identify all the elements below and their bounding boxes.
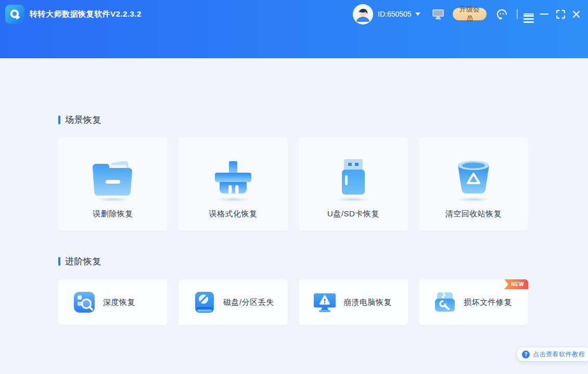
card-label: 清空回收站恢复 [445,209,502,219]
hamburger-menu-icon[interactable] [522,5,535,23]
card-label: 磁盘/分区丢失 [223,298,274,307]
maximize-icon[interactable] [554,5,567,23]
accent-bar [58,257,60,266]
card-damaged-file-repair[interactable]: NEW 损坏文件修复 [419,279,528,325]
card-label: 误删除恢复 [93,209,133,219]
question-icon: ? [522,351,530,358]
header-divider [517,9,518,19]
recycle-bin-icon [454,158,493,196]
card-deleted-file-recovery[interactable]: 误删除恢复 [58,137,168,231]
caret-down-icon[interactable] [415,12,420,16]
crashed-pc-icon [313,291,336,314]
customer-service-icon[interactable] [495,8,508,21]
icon-shadow [456,197,491,202]
icon-shadow [96,197,130,202]
disk-partition-icon [193,291,216,314]
file-repair-icon [433,291,456,314]
card-usb-sd-recovery[interactable]: U盘/SD卡恢复 [299,137,408,231]
section-title-advanced-recovery: 进阶恢复 [58,255,101,267]
card-crashed-pc-recovery[interactable]: 崩溃电脑恢复 [299,279,408,325]
card-label: 深度恢复 [103,298,135,307]
icon-shadow [336,197,370,202]
upgrade-member-button[interactable]: 升级会员 [453,8,487,20]
icon-shadow [216,197,250,202]
card-deep-recovery[interactable]: 深度恢复 [58,279,168,325]
advanced-recovery-row: 深度恢复 磁盘/分区丢失 [58,279,528,325]
card-label: U盘/SD卡恢复 [327,209,379,219]
app-window: 转转大师数据恢复软件V2.2.3.2 ID:650505 [0,0,588,374]
tutorial-label: 点击查看软件教程 [533,350,585,359]
deep-scan-icon [73,291,96,314]
section-title-scene-recovery: 场景恢复 [58,114,101,126]
user-id-label: ID:650505 [378,10,412,18]
card-recycle-bin-recovery[interactable]: 清空回收站恢复 [419,137,528,231]
folder-delete-icon [90,158,136,196]
scene-recovery-row: 误删除恢复 误格式化恢复 [58,137,528,231]
new-badge: NEW [504,279,528,289]
usb-drive-icon [336,158,370,196]
monitor-icon[interactable] [432,9,444,20]
header-bar: 转转大师数据恢复软件V2.2.3.2 ID:650505 [0,0,588,58]
card-disk-partition-loss[interactable]: 磁盘/分区丢失 [178,279,288,325]
user-avatar[interactable] [353,4,373,24]
window-title: 转转大师数据恢复软件V2.2.3.2 [30,0,142,28]
header-right-cluster: ID:650505 升级会员 [353,0,583,28]
card-label: 误格式化恢复 [209,209,258,219]
card-label: 损坏文件修复 [464,298,512,307]
format-brush-icon [212,158,254,196]
close-icon[interactable] [569,5,583,23]
app-logo-icon [5,5,24,24]
accent-bar [58,115,60,124]
tutorial-button[interactable]: ? 点击查看软件教程 [517,347,588,361]
card-label: 崩溃电脑恢复 [343,298,392,307]
minimize-icon[interactable] [537,5,551,23]
card-format-recovery[interactable]: 误格式化恢复 [178,137,288,231]
